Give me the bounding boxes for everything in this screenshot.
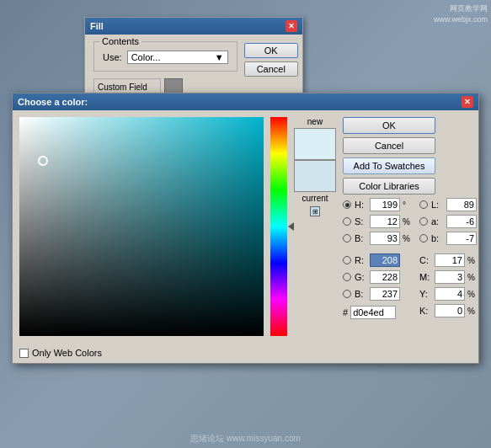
h-label: H:: [355, 200, 368, 210]
color-dialog-titlebar: Choose a color: ✕: [13, 93, 478, 110]
bval-radio[interactable]: [419, 234, 428, 243]
color-cancel-button[interactable]: Cancel: [343, 137, 435, 154]
watermark-top-right: 网页教学网 www.webjx.com: [434, 3, 488, 24]
watermark-bottom: 思绪论坛 www.missyuan.com: [0, 433, 491, 445]
color-swatch-new[interactable]: [294, 128, 336, 160]
a-row: a:: [419, 215, 479, 228]
new-current-wrapper: new current: [294, 117, 336, 203]
l-input[interactable]: [446, 198, 477, 211]
m-unit: %: [467, 273, 479, 282]
use-label: Use:: [103, 52, 122, 62]
right-panel-buttons: OK Cancel Add To Swatches Color Librarie…: [343, 117, 435, 195]
color-ok-button[interactable]: OK: [343, 117, 435, 134]
bval-input[interactable]: [446, 232, 477, 245]
only-web-row: Only Web Colors: [19, 348, 472, 358]
bval-label: b:: [431, 233, 445, 243]
hash-symbol: #: [343, 307, 348, 317]
left-values-col: H: ° S: % B:: [343, 198, 414, 336]
h-unit: °: [403, 200, 414, 210]
g-input[interactable]: [370, 270, 400, 284]
fill-ok-button[interactable]: OK: [244, 43, 298, 58]
color-dialog: Choose a color: ✕ new current ⊞: [12, 93, 479, 364]
hue-slider: [270, 117, 287, 336]
only-web-colors-label: Only Web Colors: [32, 348, 102, 358]
color-dialog-footer: Only Web Colors: [13, 343, 478, 363]
s-unit: %: [403, 217, 414, 227]
fill-dialog-close-button[interactable]: ✕: [286, 20, 297, 32]
g-row: G:: [343, 270, 414, 284]
use-select[interactable]: Color... ▼: [127, 51, 228, 64]
c-row: C: %: [419, 253, 479, 267]
middle-section: new current ⊞: [294, 117, 336, 336]
fill-dialog-body: Contents Use: Color... ▼ Custom Field: [85, 35, 302, 102]
l-row: L:: [419, 198, 479, 211]
r-label: R:: [355, 255, 368, 265]
h-row: H: °: [343, 198, 414, 211]
b-radio[interactable]: [343, 234, 351, 243]
hue-arrow-icon: [288, 222, 294, 231]
y-input[interactable]: [435, 287, 465, 301]
hex-input[interactable]: [350, 306, 396, 319]
fill-dialog: Fill ✕ Contents Use: Color... ▼: [84, 17, 303, 103]
k-input[interactable]: [435, 304, 465, 317]
k-row: K: %: [419, 304, 479, 317]
fill-dialog-title: Fill: [90, 21, 104, 31]
contents-fieldset: Contents Use: Color... ▼: [93, 41, 237, 72]
k-label: K:: [419, 306, 433, 316]
picker-circle: [38, 156, 48, 166]
bval-row: b:: [419, 232, 479, 245]
b2-input[interactable]: [370, 287, 400, 301]
h-input[interactable]: [370, 198, 400, 211]
color-swatch-current[interactable]: [294, 160, 336, 192]
hash-row: #: [343, 306, 414, 319]
g-radio[interactable]: [343, 273, 351, 281]
color-dialog-close-button[interactable]: ✕: [462, 96, 473, 108]
m-label: M:: [419, 272, 433, 282]
l-radio[interactable]: [419, 200, 428, 209]
c-label: C:: [419, 255, 433, 265]
use-row: Use: Color... ▼: [103, 51, 228, 64]
values-columns: H: ° S: % B:: [343, 198, 479, 336]
r-radio[interactable]: [343, 256, 351, 264]
hue-slider-container[interactable]: [270, 117, 287, 336]
c-unit: %: [467, 256, 479, 265]
h-radio[interactable]: [343, 200, 351, 209]
color-dialog-title: Choose a color:: [18, 97, 88, 107]
a-label: a:: [431, 216, 445, 227]
add-to-swatches-button[interactable]: Add To Swatches: [343, 157, 435, 174]
s-input[interactable]: [370, 215, 400, 228]
c-input[interactable]: [435, 253, 465, 267]
current-label: current: [302, 194, 328, 203]
b2-label: B:: [355, 289, 368, 299]
y-unit: %: [467, 290, 479, 299]
b2-row: B:: [343, 287, 414, 301]
swap-icon[interactable]: ⊞: [310, 206, 320, 216]
right-values-col: L: a: b:: [419, 198, 479, 336]
s-row: S: %: [343, 215, 414, 228]
fill-cancel-button[interactable]: Cancel: [244, 61, 298, 77]
y-label: Y:: [419, 289, 433, 299]
r-row: R:: [343, 253, 414, 267]
color-libraries-button[interactable]: Color Libraries: [343, 178, 435, 195]
b-input[interactable]: [370, 232, 400, 245]
s-radio[interactable]: [343, 217, 351, 226]
r-input[interactable]: [370, 253, 400, 267]
y-row: Y: %: [419, 287, 479, 301]
l-label: L:: [431, 200, 445, 210]
g-label: G:: [355, 272, 368, 282]
a-radio[interactable]: [419, 217, 428, 226]
right-panel-container: OK Cancel Add To Swatches Color Librarie…: [343, 117, 479, 336]
color-picker-area[interactable]: [19, 117, 264, 336]
k-unit: %: [467, 307, 479, 316]
only-web-colors-checkbox[interactable]: [19, 349, 29, 358]
color-dialog-body: new current ⊞ OK Cancel Add To Swatches …: [13, 110, 478, 343]
new-label: new: [307, 117, 323, 126]
dropdown-arrow-icon: ▼: [215, 52, 224, 62]
b2-radio[interactable]: [343, 290, 351, 298]
m-input[interactable]: [435, 270, 465, 284]
fill-dialog-titlebar: Fill ✕: [85, 18, 302, 35]
b-row: B: %: [343, 232, 414, 245]
contents-legend: Contents: [99, 36, 141, 46]
b-unit: %: [403, 234, 414, 243]
a-input[interactable]: [446, 215, 477, 228]
